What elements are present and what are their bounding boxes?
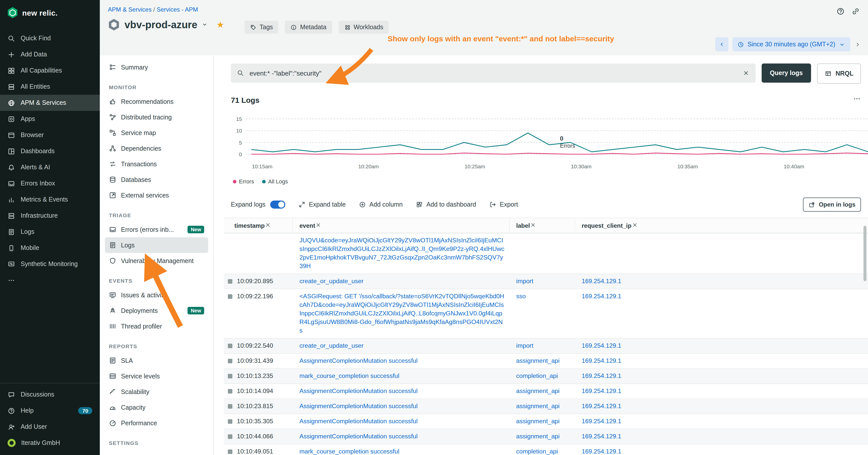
remove-column-wrap[interactable] (631, 222, 638, 229)
sidebar-item-logs[interactable]: Logs (0, 224, 100, 240)
nav-item-deployments[interactable]: DeploymentsNew (105, 303, 208, 319)
table-row[interactable]: 10:10:44.066AssignmentCompletionMutation… (224, 429, 868, 445)
row-select-box[interactable] (228, 374, 232, 379)
ip-link[interactable]: 169.254.129.1 (582, 418, 621, 425)
time-picker[interactable]: Since 30 minutes ago (GMT+2) (733, 37, 850, 52)
table-row[interactable]: 10:09:31.439AssignmentCompletionMutation… (224, 354, 868, 369)
entity-chevron-down-icon[interactable] (202, 22, 208, 28)
table-row[interactable]: 10:10:13.235mark_course_completion succe… (224, 369, 868, 384)
legend-item-all-logs[interactable]: All Logs (262, 178, 288, 185)
sidebar-item-all-capabilities[interactable]: All Capabilities (0, 63, 100, 78)
ip-link[interactable]: 169.254.129.1 (582, 278, 621, 285)
event-link[interactable]: AssignmentCompletionMutation successful (300, 388, 417, 394)
nav-item-service-map[interactable]: Service map (105, 125, 208, 140)
event-link[interactable]: mark_course_completion successful (300, 372, 399, 380)
sidebar-item-add-data[interactable]: Add Data (0, 46, 100, 63)
row-select-box[interactable] (228, 389, 232, 393)
metadata-button[interactable]: Metadata (285, 21, 332, 34)
remove-column-wrap[interactable] (315, 222, 322, 229)
label-link[interactable]: assignment_api (516, 388, 559, 394)
row-select-box[interactable] (228, 450, 232, 454)
label-link[interactable]: assignment_api (516, 418, 559, 425)
table-row[interactable]: 10:10:23.815AssignmentCompletionMutation… (224, 399, 868, 414)
nav-item-capacity[interactable]: Capacity (105, 399, 208, 415)
column-header-event[interactable]: event (293, 218, 509, 233)
nav-item-sla[interactable]: SLA (105, 353, 208, 368)
sidebar-item-all-entities[interactable]: All Entities (0, 78, 100, 95)
nav-item-thread-profiler[interactable]: Thread profiler (105, 319, 208, 334)
sidebar-item-errors-inbox[interactable]: Errors Inbox (0, 175, 100, 192)
nrql-button[interactable]: NRQL (817, 64, 861, 84)
column-header-timestamp[interactable]: timestamp (224, 218, 293, 233)
sidebar-item-quick-find[interactable]: Quick Find (0, 30, 100, 46)
table-row[interactable]: JUQVU&code=eyJraWQiOiJjcGltY29yZV8wOTl1M… (224, 233, 868, 274)
sidebar-item-synthetic-monitoring[interactable]: Synthetic Monitoring (0, 256, 100, 272)
label-link[interactable]: assignment_api (516, 357, 559, 364)
ip-link[interactable]: 169.254.129.1 (582, 293, 621, 300)
add-column-button[interactable]: Add column (359, 201, 403, 208)
nav-item-transactions[interactable]: Transactions (105, 156, 208, 172)
ip-link[interactable]: 169.254.129.1 (582, 402, 621, 410)
sidebar-item-alerts-ai[interactable]: Alerts & AI (0, 159, 100, 175)
breadcrumb-services-apm[interactable]: Services - APM (156, 6, 198, 13)
row-select-box[interactable] (228, 294, 232, 299)
scrollbar-thumb[interactable] (864, 226, 867, 281)
table-row[interactable]: 10:10:35.305AssignmentCompletionMutation… (224, 414, 868, 429)
nav-item-issues-activity[interactable]: Issues & activity (105, 287, 208, 303)
new-relic-logo[interactable]: new relic. (0, 0, 100, 25)
label-link[interactable]: completion_api (516, 448, 558, 455)
sidebar-footer-item-add-user[interactable]: Add User (0, 419, 100, 435)
ip-link[interactable]: 169.254.129.1 (582, 357, 621, 364)
expand-logs-toggle[interactable] (270, 200, 285, 208)
ip-link[interactable]: 169.254.129.1 (582, 372, 621, 380)
sidebar-footer-item-help[interactable]: Help70 (0, 402, 100, 419)
table-row[interactable]: 10:09:20.895create_or_update_userimport1… (224, 274, 868, 289)
table-row[interactable]: 10:09:22.196<ASGIRequest: GET '/sso/call… (224, 289, 868, 338)
event-link[interactable]: mark_course_completion successful (300, 448, 399, 455)
event-link[interactable]: <ASGIRequest: GET '/sso/callback/?state=… (300, 293, 504, 334)
tags-button[interactable]: Tags (245, 21, 279, 34)
row-select-box[interactable] (228, 434, 232, 439)
table-row[interactable]: 10:10:14.094AssignmentCompletionMutation… (224, 384, 868, 399)
table-row[interactable]: 10:10:49.051mark_course_completion succe… (224, 445, 868, 455)
event-link[interactable]: AssignmentCompletionMutation successful (300, 402, 417, 410)
export-button[interactable]: Export (489, 201, 518, 208)
sidebar-item-dashboards[interactable]: Dashboards (0, 143, 100, 159)
sidebar-item-metrics-events[interactable]: Metrics & Events (0, 192, 100, 207)
nav-item-summary[interactable]: Summary (105, 60, 208, 75)
ip-link[interactable]: 169.254.129.1 (582, 388, 621, 394)
event-link[interactable]: AssignmentCompletionMutation successful (300, 433, 417, 440)
nav-item-external-services[interactable]: External services (105, 188, 208, 203)
label-link[interactable]: sso (516, 293, 526, 300)
sidebar-footer-item-discussions[interactable]: Discussions (0, 387, 100, 402)
open-in-logs-button[interactable]: Open in logs (803, 197, 861, 212)
remove-column-wrap[interactable] (265, 222, 271, 229)
sidebar-item-infrastructure[interactable]: Infrastructure (0, 207, 100, 224)
workloads-button[interactable]: Workloads (339, 21, 389, 34)
query-input[interactable] (248, 69, 738, 77)
time-back-button[interactable] (715, 37, 728, 52)
add-to-dashboard-button[interactable]: Add to dashboard (416, 201, 476, 208)
nav-item-service-levels[interactable]: Service levels (105, 368, 208, 384)
breadcrumb-apm-services[interactable]: APM & Services (108, 6, 152, 13)
legend-item-errors[interactable]: Errors (233, 178, 254, 185)
column-header-request-client-ip[interactable]: request_client_ip (575, 218, 868, 233)
expand-table-button[interactable]: Expand table (299, 201, 346, 208)
remove-column-wrap[interactable] (530, 222, 536, 229)
label-link[interactable]: assignment_api (516, 433, 559, 440)
ip-link[interactable]: 169.254.129.1 (582, 448, 621, 455)
nav-item-distributed-tracing[interactable]: Distributed tracing (105, 109, 208, 125)
row-select-box[interactable] (228, 404, 232, 409)
event-link[interactable]: AssignmentCompletionMutation successful (300, 418, 417, 425)
label-link[interactable]: completion_api (516, 372, 558, 380)
column-header-label[interactable]: label (509, 218, 575, 233)
query-logs-button[interactable]: Query logs (762, 64, 811, 83)
nav-item-logs[interactable]: Logs (105, 237, 208, 253)
row-select-box[interactable] (228, 359, 232, 363)
label-link[interactable]: import (516, 342, 533, 349)
sidebar-item-more[interactable] (0, 272, 100, 288)
sidebar-item-apps[interactable]: Apps (0, 111, 100, 127)
nav-item-recommendations[interactable]: Recommendations (105, 94, 208, 109)
label-link[interactable]: import (516, 278, 533, 285)
row-select-box[interactable] (228, 344, 232, 348)
